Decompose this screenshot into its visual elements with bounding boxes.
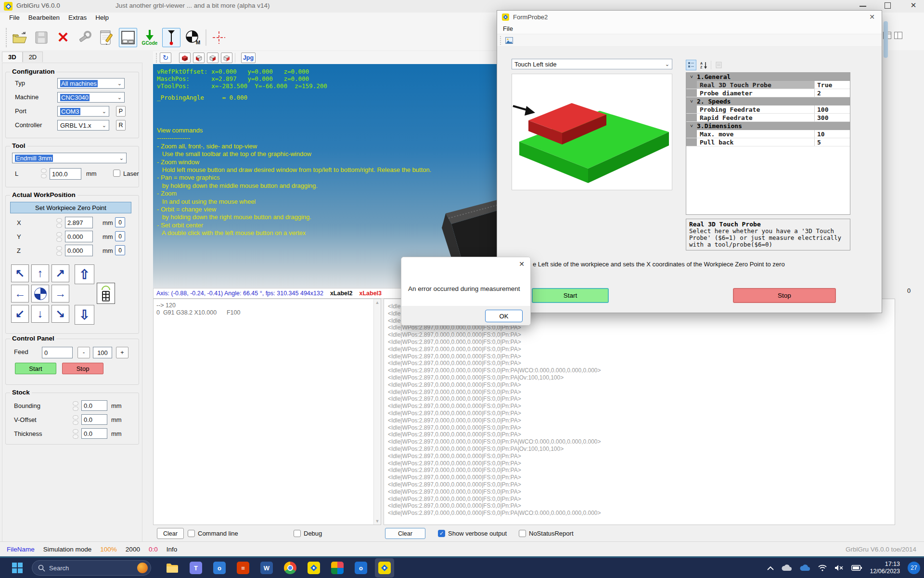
laser-checkbox[interactable] xyxy=(113,170,120,177)
onedrive-gray-icon[interactable] xyxy=(782,565,792,571)
jog-z-down-button[interactable]: ⇩ xyxy=(75,305,94,325)
snapshot-button[interactable] xyxy=(504,36,514,45)
tab-2d[interactable]: 2D xyxy=(23,52,43,62)
port-p-button[interactable]: P xyxy=(116,106,126,117)
top-view-button[interactable] xyxy=(207,53,218,63)
taskbar-teams[interactable]: T xyxy=(186,558,205,578)
spinner-down[interactable] xyxy=(73,434,78,439)
axis-x-zero-button[interactable]: 0 xyxy=(115,217,125,227)
axis-y-spinner[interactable] xyxy=(56,232,62,242)
save-button[interactable] xyxy=(32,28,51,47)
clear-right-button[interactable]: Clear xyxy=(385,528,425,539)
gcode-button[interactable]: GCode xyxy=(141,26,159,49)
spinner-down[interactable] xyxy=(56,223,62,228)
taskbar-app-red[interactable]: ≡ xyxy=(233,558,253,578)
taskbar-file-explorer[interactable] xyxy=(163,558,182,578)
scroll-down-icon[interactable]: ▼ xyxy=(374,519,381,524)
close-icon[interactable]: ✕ xyxy=(910,1,917,9)
stop-button[interactable]: Stop xyxy=(62,363,103,374)
taskbar-chrome[interactable] xyxy=(281,558,300,578)
property-value[interactable]: 300 xyxy=(814,114,850,121)
thickness-spinner[interactable] xyxy=(73,429,78,439)
jog-down-button[interactable]: ↓ xyxy=(31,305,49,323)
axis-y-zero-button[interactable]: 0 xyxy=(115,231,125,241)
viewport-3d[interactable]: vRefPktOffset: x=0.000 y=0.000 z=0.000Ma… xyxy=(153,64,501,288)
open-file-button[interactable] xyxy=(11,28,29,47)
front-view-button[interactable] xyxy=(179,53,191,63)
settings-button[interactable] xyxy=(76,28,94,47)
wifi-icon[interactable] xyxy=(818,565,827,571)
tool-select[interactable]: Endmill 3mm ⌄ xyxy=(12,153,127,163)
taskbar-word[interactable]: W xyxy=(257,558,276,578)
property-row-max-move[interactable]: Max. move 10 xyxy=(686,130,850,138)
spinner-down[interactable] xyxy=(56,251,62,256)
axis-z-input[interactable]: 0.000 xyxy=(65,245,93,256)
machine-select[interactable]: CNC3040 ⌄ xyxy=(57,92,125,103)
start-menu-button[interactable] xyxy=(8,558,27,578)
jog-home-button[interactable] xyxy=(31,285,49,302)
minimize-icon[interactable] xyxy=(860,6,866,7)
error-titlebar[interactable]: ✕ xyxy=(401,257,530,272)
bounding-spinner[interactable] xyxy=(73,401,78,411)
set-workpiece-zero-button[interactable]: Set Workpiece Zero Point xyxy=(10,202,131,213)
probe-start-button[interactable]: Start xyxy=(532,288,609,303)
formprobe2-titlebar[interactable]: FormProbe2 ✕ xyxy=(497,11,882,24)
jog-down-left-button[interactable]: ↙ xyxy=(11,305,29,323)
axis-z-zero-button[interactable]: 0 xyxy=(115,245,125,255)
notification-badge[interactable]: 27 xyxy=(908,562,920,574)
search-box[interactable]: Search xyxy=(32,560,151,576)
collapse-icon[interactable]: ˅ xyxy=(686,74,697,79)
axis-x-spinner[interactable] xyxy=(56,218,62,228)
jpg-export-button[interactable]: Jpg xyxy=(241,53,256,63)
category-general[interactable]: ˅ 1.General xyxy=(686,73,850,81)
taskbar-grblgru-active[interactable] xyxy=(375,558,394,578)
controller-r-button[interactable]: R xyxy=(116,120,126,131)
property-value[interactable]: True xyxy=(814,81,850,89)
alphabetical-sort-button[interactable]: A Z xyxy=(698,60,709,70)
controller-select[interactable]: GRBL V1.x ⌄ xyxy=(57,120,109,131)
menu-bearbeiten[interactable]: Bearbeiten xyxy=(24,13,64,25)
feed-input[interactable]: 0 xyxy=(42,347,73,358)
axis-y-input[interactable]: 0.000 xyxy=(65,231,93,242)
spinner-up[interactable] xyxy=(73,401,78,406)
spinner-down[interactable] xyxy=(56,237,62,242)
tab-3d[interactable]: 3D xyxy=(2,52,23,62)
jog-up-right-button[interactable]: ↗ xyxy=(51,264,69,282)
jog-down-right-button[interactable]: ↘ xyxy=(51,305,69,323)
formprobe2-menu-file[interactable]: File xyxy=(503,25,513,32)
feed-percent-input[interactable]: 100 xyxy=(93,347,112,358)
jog-z-up-button[interactable]: ⇧ xyxy=(75,264,94,284)
jog-right-button[interactable]: → xyxy=(51,285,69,302)
voffset-spinner[interactable] xyxy=(73,415,78,425)
side-view-button[interactable] xyxy=(193,53,205,63)
probe-stop-button[interactable]: Stop xyxy=(733,288,836,303)
spinner-down[interactable] xyxy=(73,420,78,425)
property-value[interactable]: 100 xyxy=(814,105,850,113)
show-verbose-checkbox[interactable]: ✓ xyxy=(438,530,445,537)
scroll-up-icon[interactable]: ▲ xyxy=(374,300,381,305)
categorized-button[interactable] xyxy=(686,60,696,70)
command-console[interactable]: --> 1200 G91 G38.2 X10.000 F100 ▲ ▼ xyxy=(153,299,381,525)
property-row-rapid-feedrate[interactable]: Rapid Feedrate 300 xyxy=(686,114,850,122)
clear-left-button[interactable]: Clear xyxy=(157,528,184,539)
taskbar-grblgru[interactable] xyxy=(304,558,323,578)
port-select[interactable]: COM3 ⌄ xyxy=(57,106,109,117)
maximize-icon[interactable] xyxy=(885,2,891,9)
property-row-pull-back[interactable]: Pull back 5 xyxy=(686,138,850,146)
battery-icon[interactable] xyxy=(851,565,862,571)
spinner-down[interactable] xyxy=(73,407,78,411)
property-row-real3d[interactable]: Real 3D Touch Probe True xyxy=(686,81,850,89)
debug-checkbox[interactable] xyxy=(294,530,301,537)
jog-up-left-button[interactable]: ↖ xyxy=(11,264,29,282)
spinner-up[interactable] xyxy=(73,415,78,420)
collapse-icon[interactable]: ˅ xyxy=(686,99,697,104)
category-speeds[interactable]: ˅ 2. Speeds xyxy=(686,97,850,105)
onedrive-blue-icon[interactable] xyxy=(800,565,810,571)
iso-view-button[interactable] xyxy=(221,53,232,63)
probe-mode-select[interactable]: Touch Left side ⌄ xyxy=(512,59,672,69)
tool-length-input[interactable]: 100.0 xyxy=(50,168,81,180)
remote-control-button[interactable] xyxy=(97,283,115,304)
category-dimensions[interactable]: ˅ 3.Dimensions xyxy=(686,122,850,130)
status-filename[interactable]: FileName xyxy=(7,546,35,553)
spinner-up[interactable] xyxy=(41,169,47,173)
